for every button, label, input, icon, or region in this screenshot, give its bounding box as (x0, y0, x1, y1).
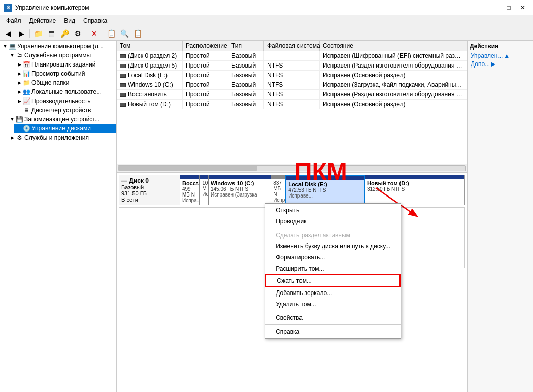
tree-storage[interactable]: ▼ 💾 Запоминающие устройст... (7, 115, 116, 124)
actions-panel: Действия Управлен... ▲ Допо... ▶ (467, 41, 533, 392)
ctx-change-letter[interactable]: Изменить букву диска или путь к диску... (265, 241, 401, 252)
tree-expand-storage[interactable]: ▼ (9, 116, 15, 122)
settings-button[interactable]: ⚙ (72, 28, 84, 39)
partition-837[interactable]: 837 МБ N Исправен (271, 175, 285, 205)
ctx-mirror[interactable]: Добавить зеркало... (265, 287, 401, 299)
maximize-button[interactable]: □ (503, 3, 515, 13)
part-status-837: Исправен (273, 197, 283, 203)
minimize-button[interactable]: — (488, 3, 501, 13)
tree-performance[interactable]: ▶ 📈 Производительность (14, 96, 116, 106)
tree-performance-label: Производительность (31, 97, 90, 105)
col-header-fs[interactable]: Файловая система (264, 41, 320, 51)
tree-folders[interactable]: ▶ 📁 Общие папки (14, 78, 116, 87)
part-status-recover: Испра... (182, 198, 197, 203)
table-header: Том Расположение Тип Файловая система Со… (117, 41, 467, 51)
ctx-shrink[interactable]: Сжать том... (265, 274, 401, 287)
tree-services[interactable]: ▶ ⚙ Службы и приложения (7, 133, 116, 142)
part-header-837 (271, 175, 285, 179)
tree-services-label: Службы и приложения (24, 134, 89, 141)
tree-expand-root[interactable]: ▼ (2, 43, 8, 49)
toolbar-separator-3 (103, 29, 103, 38)
cell-tom-2: (Диск 0 раздел 5) (117, 61, 183, 70)
ctx-properties[interactable]: Свойства (265, 312, 401, 323)
partition-recover[interactable]: Восстанов... 499 МБ N Испра... (180, 175, 200, 205)
copy-button[interactable]: 📋 (105, 28, 117, 39)
table-row[interactable]: Local Disk (E:) Простой Базовый NTFS Исп… (117, 71, 467, 80)
tree-expand-users[interactable]: ▶ (16, 89, 22, 95)
tree-devmgr[interactable]: 🖥 Диспетчер устройств (14, 106, 116, 115)
scroll-thumb[interactable] (118, 166, 257, 171)
part-size-100m: 100 M (202, 180, 206, 191)
tree-utilities[interactable]: ▼ 🗂 Служебные программы (7, 51, 116, 60)
menu-bar: Файл Действие Вид Справка (0, 15, 533, 26)
table-row[interactable]: Новый том (D:) Простой Базовый NTFS Испр… (117, 100, 467, 109)
action-manage-arrow: ▲ (504, 52, 510, 59)
menu-file[interactable]: Файл (2, 16, 25, 25)
disk-name-0: — Диск 0 (121, 177, 178, 184)
cell-state-5: Исправен (Раздел изготовителя оборудован… (320, 90, 467, 99)
cell-fs-1 (264, 51, 320, 60)
search-button[interactable]: 🔍 (118, 28, 130, 39)
ctx-open[interactable]: Открыть (265, 205, 401, 216)
ctx-explorer[interactable]: Проводник (265, 216, 401, 227)
cell-state-6: Исправен (Основной раздел) (320, 100, 467, 109)
tree-expand-folders[interactable]: ▶ (16, 80, 22, 86)
paste-button[interactable]: 📋 (131, 28, 144, 39)
tree-expand-diskmgmt[interactable] (16, 125, 22, 132)
title-bar: ⚙ Управление компьютером — □ ✕ (0, 0, 533, 15)
partition-d[interactable]: Новый том (D:) 312.50 ГБ NTFS (365, 175, 464, 205)
col-header-rasp[interactable]: Расположение (183, 41, 228, 51)
part-name-c: Windows 10 (C:) (211, 180, 269, 186)
table-row[interactable]: Windows 10 (C:) Простой Базовый NTFS Исп… (117, 80, 467, 90)
cell-tom-3: Local Disk (E:) (117, 71, 183, 80)
ctx-format[interactable]: Форматировать... (265, 252, 401, 263)
tree-expand-perf[interactable]: ▶ (16, 98, 22, 104)
part-status-c: Исправен (Загрузка (211, 192, 269, 198)
partition-100m[interactable]: 100 M Испра... (200, 175, 209, 205)
tree-diskmgmt[interactable]: 💿 Управление дисками (14, 124, 116, 133)
tree-expand-devmgr[interactable] (16, 107, 22, 113)
cell-rasp-2: Простой (183, 61, 228, 70)
tree-folders-label: Общие папки (31, 79, 69, 86)
action-more[interactable]: Допо... ▶ (470, 60, 531, 68)
action-manage[interactable]: Управлен... ▲ (470, 52, 531, 60)
horizontal-scrollbar[interactable] (118, 165, 466, 171)
delete-button[interactable]: ✕ (88, 28, 101, 39)
tree-expand-scheduler[interactable]: ▶ (16, 61, 22, 68)
performance-icon: 📈 (22, 97, 30, 105)
tree-devmgr-label: Диспетчер устройств (31, 107, 91, 114)
menu-view[interactable]: Вид (60, 16, 79, 25)
cell-state-4: Исправен (Загрузка, Файл подкачки, Авари… (320, 80, 467, 89)
key-button[interactable]: 🔑 (58, 28, 71, 39)
tree-expand-events[interactable]: ▶ (16, 71, 22, 77)
tree-scheduler[interactable]: ▶ 📅 Планировщик заданий (14, 60, 116, 69)
disk-partitions-0: Восстанов... 499 МБ N Испра... 100 M Исп… (180, 175, 464, 205)
tree-root[interactable]: ▼ 💻 Управление компьютером (л... (0, 42, 116, 51)
table-row[interactable]: (Диск 0 раздел 2) Простой Базовый Исправ… (117, 51, 467, 61)
cell-tip-4: Базовый (228, 80, 264, 89)
col-header-tip[interactable]: Тип (228, 41, 264, 51)
menu-help[interactable]: Справка (79, 16, 111, 25)
partition-e[interactable]: Local Disk (E:) 472.53 ГБ NTFS Исправе..… (285, 175, 365, 205)
folder-button[interactable]: 📁 (32, 28, 44, 39)
menu-action[interactable]: Действие (25, 16, 60, 25)
tree-events[interactable]: ▶ 📊 Просмотр событий (14, 69, 116, 78)
list-button[interactable]: ▤ (45, 28, 57, 39)
back-button[interactable]: ◀ (2, 28, 14, 39)
table-row[interactable]: (Диск 0 раздел 5) Простой Базовый NTFS И… (117, 61, 467, 71)
tree-expand-utilities[interactable]: ▼ (9, 52, 15, 58)
partition-c[interactable]: Windows 10 (C:) 145.06 ГБ NTFS Исправен … (209, 175, 271, 205)
devmgr-icon: 🖥 (22, 106, 30, 114)
cell-state-2: Исправен (Раздел изготовителя оборудован… (320, 61, 467, 70)
close-button[interactable]: ✕ (517, 3, 529, 13)
table-row[interactable]: Восстановить Простой Базовый NTFS Исправ… (117, 90, 467, 100)
ctx-help[interactable]: Справка (265, 326, 401, 337)
ctx-extend[interactable]: Расширить том... (265, 263, 401, 274)
tree-users[interactable]: ▶ 👥 Локальные пользовате... (14, 87, 116, 96)
col-header-state[interactable]: Состояние (320, 41, 467, 51)
disk-status-0: В сети (121, 197, 178, 203)
ctx-delete[interactable]: Удалить том... (265, 299, 401, 310)
tree-expand-services[interactable]: ▶ (9, 135, 15, 141)
col-header-tom[interactable]: Том (117, 41, 183, 51)
forward-button[interactable]: ▶ (15, 28, 27, 39)
